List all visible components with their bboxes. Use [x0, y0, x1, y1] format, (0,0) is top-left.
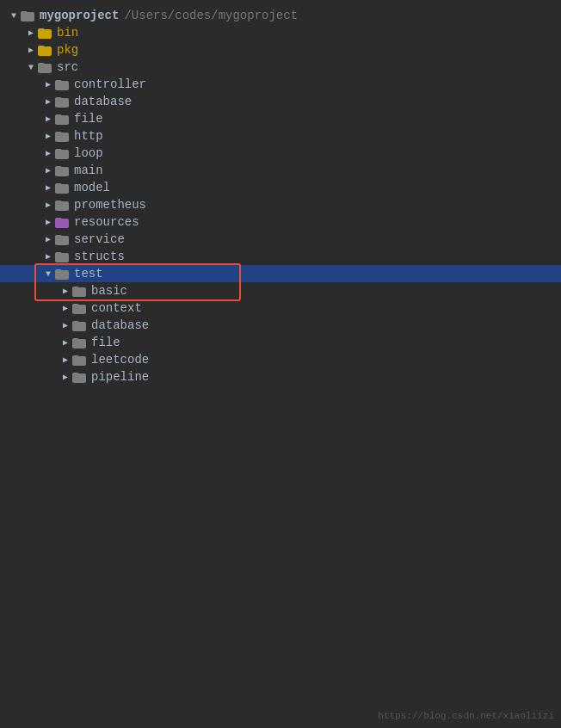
tree-item-label: leetcode [91, 353, 149, 367]
folder-icon [55, 96, 71, 108]
arrow-icon[interactable]: ▶ [41, 251, 55, 262]
folder-icon [38, 61, 53, 73]
folder-icon [72, 302, 88, 314]
folder-icon [55, 233, 71, 245]
tree-item-label: mygoproject/Users/codes/mygoproject [40, 9, 298, 22]
arrow-icon[interactable]: ▶ [41, 182, 55, 193]
tree-item-label: model [74, 181, 110, 194]
tree-item-context[interactable]: ▶context [0, 299, 561, 317]
arrow-icon[interactable]: ▼ [7, 11, 21, 21]
tree-item-http[interactable]: ▶http [0, 127, 561, 145]
tree-item-label: test [74, 267, 103, 281]
tree-item-label: service [74, 232, 125, 246]
arrow-icon[interactable]: ▶ [41, 234, 55, 244]
tree-item-bin[interactable]: ▶bin [0, 24, 561, 41]
arrow-icon[interactable]: ▶ [59, 286, 72, 296]
tree-item-basic[interactable]: ▶basic [0, 282, 561, 299]
folder-icon [55, 147, 71, 159]
tree-item-label: bin [57, 26, 78, 40]
arrow-icon[interactable]: ▶ [59, 372, 72, 382]
watermark: https://blog.csdn.net/xiaoliizi [378, 711, 554, 721]
folder-icon [38, 27, 53, 39]
arrow-icon[interactable]: ▶ [41, 217, 55, 227]
tree-item-structs[interactable]: ▶structs [0, 248, 561, 265]
tree-item-root[interactable]: ▼mygoproject/Users/codes/mygoproject [0, 7, 561, 24]
arrow-icon[interactable]: ▶ [41, 148, 55, 158]
tree-item-label: main [74, 163, 103, 177]
tree-item-file[interactable]: ▶file [0, 110, 561, 127]
folder-icon [55, 199, 71, 211]
arrow-icon[interactable]: ▶ [41, 131, 55, 141]
folder-icon [55, 216, 71, 228]
arrow-icon[interactable]: ▶ [59, 320, 72, 330]
tree-item-label: file [91, 336, 120, 349]
tree-item-label: prometheus [74, 198, 146, 212]
folder-icon [21, 9, 36, 22]
tree-item-label: context [91, 301, 142, 315]
tree-item-database2[interactable]: ▶database [0, 317, 561, 334]
tree-item-main[interactable]: ▶main [0, 162, 561, 179]
tree-item-resources[interactable]: ▶resources [0, 213, 561, 231]
arrow-icon[interactable]: ▶ [24, 45, 38, 55]
tree-item-prometheus[interactable]: ▶prometheus [0, 196, 561, 213]
folder-icon [55, 182, 71, 194]
arrow-icon[interactable]: ▶ [41, 79, 55, 89]
arrow-icon[interactable]: ▶ [59, 303, 72, 313]
folder-icon [38, 44, 53, 56]
folder-icon [55, 130, 71, 142]
tree-item-label: http [74, 129, 103, 143]
arrow-icon[interactable]: ▼ [24, 63, 38, 72]
tree-item-service[interactable]: ▶service [0, 231, 561, 248]
arrow-icon[interactable]: ▶ [59, 337, 72, 348]
arrow-icon[interactable]: ▶ [24, 28, 38, 38]
tree-item-pkg[interactable]: ▶pkg [0, 41, 561, 59]
folder-icon [55, 113, 71, 125]
tree-item-label: controller [74, 77, 146, 91]
tree-item-leetcode[interactable]: ▶leetcode [0, 351, 561, 368]
folder-icon [72, 371, 88, 383]
tree-item-database[interactable]: ▶database [0, 93, 561, 110]
arrow-icon[interactable]: ▶ [41, 114, 55, 124]
tree-item-model[interactable]: ▶model [0, 179, 561, 196]
tree-item-label: structs [74, 250, 125, 263]
folder-icon [55, 164, 71, 176]
folder-icon [72, 319, 88, 331]
tree-item-label: file [74, 112, 103, 126]
tree-item-src[interactable]: ▼src [0, 59, 561, 76]
tree-item-label: database [74, 95, 132, 108]
folder-icon [55, 78, 71, 90]
tree-item-label: pipeline [91, 370, 149, 384]
tree-item-label: database [91, 318, 149, 332]
tree-item-label: loop [74, 146, 103, 160]
folder-icon [72, 354, 88, 366]
tree-item-label: resources [74, 215, 139, 229]
tree-item-test[interactable]: ▼test [0, 265, 561, 282]
folder-icon [55, 250, 71, 262]
folder-icon [55, 268, 71, 280]
arrow-icon[interactable]: ▶ [59, 355, 72, 365]
tree-item-pipeline[interactable]: ▶pipeline [0, 368, 561, 386]
tree-item-controller[interactable]: ▶controller [0, 76, 561, 93]
tree-item-file2[interactable]: ▶file [0, 334, 561, 351]
arrow-icon[interactable]: ▶ [41, 165, 55, 176]
arrow-icon[interactable]: ▶ [41, 200, 55, 210]
folder-icon [72, 285, 88, 297]
arrow-icon[interactable]: ▼ [41, 269, 55, 279]
folder-icon [72, 336, 88, 349]
tree-item-label: pkg [57, 43, 78, 57]
tree-item-label: basic [91, 284, 127, 298]
file-tree: ▼mygoproject/Users/codes/mygoproject▶bin… [0, 0, 561, 728]
tree-item-loop[interactable]: ▶loop [0, 145, 561, 162]
tree-item-label: src [57, 60, 78, 74]
arrow-icon[interactable]: ▶ [41, 96, 55, 107]
